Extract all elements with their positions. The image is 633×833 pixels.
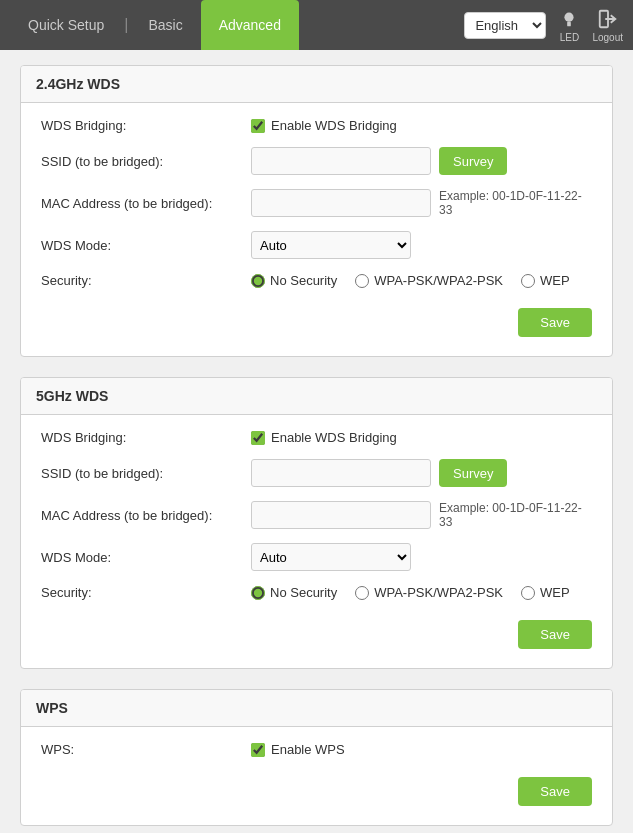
radio-wpa-5[interactable]: WPA-PSK/WPA2-PSK [355, 585, 503, 600]
wds-mode-label-5: WDS Mode: [41, 550, 251, 565]
radio-wep-input-24[interactable] [521, 274, 535, 288]
logout-icon [597, 8, 619, 30]
wps-row: WPS: Enable WPS [41, 742, 592, 757]
save-button-wps[interactable]: Save [518, 777, 592, 806]
wds-mode-control-5: Auto Manual [251, 543, 592, 571]
radio-no-security-text-5: No Security [270, 585, 337, 600]
wds-bridging-row-24: WDS Bridging: Enable WDS Bridging [41, 118, 592, 133]
header: Quick Setup | Basic Advanced English Chi… [0, 0, 633, 50]
header-right: English Chinese French German Spanish LE… [464, 8, 623, 43]
logout-button[interactable]: Logout [592, 8, 623, 43]
radio-wpa-text-5: WPA-PSK/WPA2-PSK [374, 585, 503, 600]
section-body-wds-24: WDS Bridging: Enable WDS Bridging SSID (… [21, 103, 612, 356]
ssid-control-24: Survey [251, 147, 592, 175]
section-title-wds-5: 5GHz WDS [21, 378, 612, 415]
security-control-5: No Security WPA-PSK/WPA2-PSK WEP [251, 585, 592, 600]
security-label-5: Security: [41, 585, 251, 600]
mac-label-24: MAC Address (to be bridged): [41, 196, 251, 211]
mac-control-24: Example: 00-1D-0F-11-22-33 [251, 189, 592, 217]
save-row-5: Save [41, 614, 592, 653]
wps-checkbox-text: Enable WPS [271, 742, 345, 757]
security-control-24: No Security WPA-PSK/WPA2-PSK WEP [251, 273, 592, 288]
radio-wpa-input-24[interactable] [355, 274, 369, 288]
ssid-label-24: SSID (to be bridged): [41, 154, 251, 169]
ssid-label-5: SSID (to be bridged): [41, 466, 251, 481]
tab-quick-setup[interactable]: Quick Setup [10, 0, 122, 50]
led-button[interactable]: LED [558, 8, 580, 43]
wds-bridging-checkbox-24[interactable] [251, 119, 265, 133]
wds-bridging-checkbox-5[interactable] [251, 431, 265, 445]
ssid-row-5: SSID (to be bridged): Survey [41, 459, 592, 487]
survey-button-5[interactable]: Survey [439, 459, 507, 487]
radio-wpa-text-24: WPA-PSK/WPA2-PSK [374, 273, 503, 288]
led-label: LED [560, 32, 579, 43]
section-wds-24ghz: 2.4GHz WDS WDS Bridging: Enable WDS Brid… [20, 65, 613, 357]
wps-checkbox-label[interactable]: Enable WPS [251, 742, 345, 757]
wds-bridging-checkbox-label-5[interactable]: Enable WDS Bridging [251, 430, 397, 445]
security-row-5: Security: No Security WPA-PSK/WPA2-PSK [41, 585, 592, 600]
wps-label: WPS: [41, 742, 251, 757]
wds-mode-control-24: Auto Manual [251, 231, 592, 259]
ssid-row-24: SSID (to be bridged): Survey [41, 147, 592, 175]
save-button-5[interactable]: Save [518, 620, 592, 649]
mac-example-24: Example: 00-1D-0F-11-22-33 [439, 189, 592, 217]
section-wps: WPS WPS: Enable WPS Save [20, 689, 613, 826]
led-icon [558, 8, 580, 30]
logout-label: Logout [592, 32, 623, 43]
section-wds-5ghz: 5GHz WDS WDS Bridging: Enable WDS Bridgi… [20, 377, 613, 669]
wds-bridging-row-5: WDS Bridging: Enable WDS Bridging [41, 430, 592, 445]
wds-bridging-label-5: WDS Bridging: [41, 430, 251, 445]
mac-input-5[interactable] [251, 501, 431, 529]
language-select[interactable]: English Chinese French German Spanish [464, 12, 546, 39]
radio-wpa-input-5[interactable] [355, 586, 369, 600]
section-title-wds-24: 2.4GHz WDS [21, 66, 612, 103]
tab-advanced[interactable]: Advanced [201, 0, 299, 50]
radio-wep-5[interactable]: WEP [521, 585, 570, 600]
radio-wpa-24[interactable]: WPA-PSK/WPA2-PSK [355, 273, 503, 288]
wds-mode-select-5[interactable]: Auto Manual [251, 543, 411, 571]
survey-button-24[interactable]: Survey [439, 147, 507, 175]
wds-bridging-text-5: Enable WDS Bridging [271, 430, 397, 445]
radio-wep-text-5: WEP [540, 585, 570, 600]
wps-checkbox[interactable] [251, 743, 265, 757]
wps-control: Enable WPS [251, 742, 592, 757]
ssid-input-24[interactable] [251, 147, 431, 175]
security-label-24: Security: [41, 273, 251, 288]
radio-no-security-5[interactable]: No Security [251, 585, 337, 600]
svg-rect-1 [568, 21, 572, 26]
wds-bridging-label-24: WDS Bridging: [41, 118, 251, 133]
main-content: 2.4GHz WDS WDS Bridging: Enable WDS Brid… [0, 50, 633, 833]
mac-row-5: MAC Address (to be bridged): Example: 00… [41, 501, 592, 529]
mac-example-5: Example: 00-1D-0F-11-22-33 [439, 501, 592, 529]
radio-no-security-text-24: No Security [270, 273, 337, 288]
radio-wep-24[interactable]: WEP [521, 273, 570, 288]
save-row-wps: Save [41, 771, 592, 810]
radio-wep-text-24: WEP [540, 273, 570, 288]
mac-row-24: MAC Address (to be bridged): Example: 00… [41, 189, 592, 217]
mac-label-5: MAC Address (to be bridged): [41, 508, 251, 523]
radio-wep-input-5[interactable] [521, 586, 535, 600]
radio-no-security-input-5[interactable] [251, 586, 265, 600]
tab-basic[interactable]: Basic [130, 0, 200, 50]
wds-bridging-control-5: Enable WDS Bridging [251, 430, 592, 445]
mac-input-24[interactable] [251, 189, 431, 217]
wds-mode-row-24: WDS Mode: Auto Manual [41, 231, 592, 259]
security-row-24: Security: No Security WPA-PSK/WPA2-PSK [41, 273, 592, 288]
wds-mode-label-24: WDS Mode: [41, 238, 251, 253]
nav-separator: | [122, 16, 130, 34]
section-body-wds-5: WDS Bridging: Enable WDS Bridging SSID (… [21, 415, 612, 668]
radio-no-security-24[interactable]: No Security [251, 273, 337, 288]
section-body-wps: WPS: Enable WPS Save [21, 727, 612, 825]
wds-mode-select-24[interactable]: Auto Manual [251, 231, 411, 259]
svg-point-0 [565, 12, 574, 21]
save-button-24[interactable]: Save [518, 308, 592, 337]
wds-mode-row-5: WDS Mode: Auto Manual [41, 543, 592, 571]
wds-bridging-control-24: Enable WDS Bridging [251, 118, 592, 133]
save-row-24: Save [41, 302, 592, 341]
mac-control-5: Example: 00-1D-0F-11-22-33 [251, 501, 592, 529]
wds-bridging-text-24: Enable WDS Bridging [271, 118, 397, 133]
radio-no-security-input-24[interactable] [251, 274, 265, 288]
wds-bridging-checkbox-label-24[interactable]: Enable WDS Bridging [251, 118, 397, 133]
ssid-input-5[interactable] [251, 459, 431, 487]
ssid-control-5: Survey [251, 459, 592, 487]
